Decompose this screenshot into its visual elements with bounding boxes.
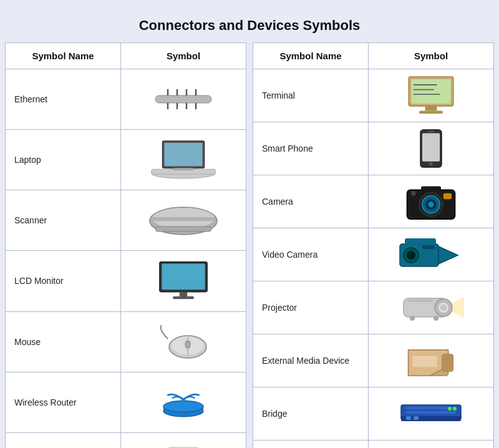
row-name: Terminal <box>253 69 369 122</box>
svg-rect-40 <box>411 79 451 104</box>
table-row: Bridge <box>253 387 494 441</box>
row-symbol <box>369 175 494 228</box>
row-name: Video Camera <box>253 228 369 281</box>
svg-point-61 <box>407 251 415 260</box>
svg-marker-62 <box>438 246 458 264</box>
row-name: Laptop <box>6 130 121 190</box>
svg-rect-56 <box>443 193 452 199</box>
svg-point-28 <box>163 401 203 412</box>
right-header-name: Symbol Name <box>253 43 369 69</box>
scanner-icon <box>130 199 237 241</box>
table-row: Camera <box>253 175 494 228</box>
left-table: Symbol Name Symbol Ethernet <box>5 42 246 448</box>
atm-icon <box>130 442 237 448</box>
tables-wrapper: Symbol Name Symbol Ethernet <box>0 42 499 448</box>
mouse-icon <box>130 321 237 363</box>
svg-rect-49 <box>427 131 434 132</box>
svg-rect-17 <box>155 226 211 231</box>
svg-rect-45 <box>419 110 443 114</box>
row-symbol <box>369 69 494 122</box>
table-row: ATM Switch <box>6 432 246 448</box>
row-name: Projector <box>253 281 369 334</box>
svg-point-71 <box>434 316 438 321</box>
svg-point-67 <box>440 304 447 311</box>
printer-icon <box>377 446 485 448</box>
svg-rect-47 <box>422 134 440 162</box>
row-name: Camera <box>253 175 369 228</box>
svg-rect-51 <box>421 187 441 192</box>
row-symbol <box>121 69 246 130</box>
svg-rect-74 <box>442 354 453 372</box>
table-row: External Media Device <box>253 334 494 387</box>
svg-rect-44 <box>425 106 437 111</box>
row-name: Wireless Router <box>6 372 121 432</box>
svg-point-29 <box>182 397 185 401</box>
svg-rect-59 <box>405 238 436 245</box>
page-container: Connectors and Devices Symbols Symbol Na… <box>0 6 499 448</box>
table-row: Printer <box>253 441 494 449</box>
svg-rect-79 <box>414 416 419 420</box>
svg-rect-21 <box>173 296 194 299</box>
table-row: Scanner <box>6 190 246 251</box>
row-symbol <box>121 432 246 448</box>
row-symbol <box>121 372 246 432</box>
page-title: Connectors and Devices Symbols <box>0 6 499 42</box>
row-symbol <box>369 441 494 449</box>
row-symbol <box>369 387 494 441</box>
row-name: LCD Monitor <box>6 251 121 311</box>
svg-point-57 <box>411 191 416 196</box>
table-row: Terminal <box>253 69 494 122</box>
row-name: Bridge <box>253 387 369 441</box>
svg-rect-0 <box>155 95 211 103</box>
row-name: Scanner <box>6 190 121 251</box>
svg-rect-13 <box>173 168 193 170</box>
projector-icon <box>377 286 485 329</box>
row-symbol <box>369 281 494 334</box>
table-row: Laptop <box>6 130 246 190</box>
monitor-icon <box>130 260 237 302</box>
table-row: LCD Monitor <box>6 251 246 311</box>
row-name: Printer <box>253 441 369 449</box>
videocamera-icon <box>377 233 485 276</box>
svg-point-70 <box>410 316 415 321</box>
row-symbol <box>369 228 494 281</box>
row-symbol <box>121 190 246 251</box>
row-symbol <box>369 334 494 387</box>
svg-rect-63 <box>422 245 435 249</box>
svg-rect-68 <box>408 299 433 302</box>
bridge-icon <box>377 392 485 435</box>
svg-point-48 <box>429 162 433 166</box>
row-symbol <box>121 311 246 372</box>
router-icon <box>130 381 237 424</box>
smartphone-icon <box>377 127 485 170</box>
laptop-icon <box>130 139 237 181</box>
svg-point-55 <box>428 202 434 207</box>
row-symbol <box>121 251 246 311</box>
svg-rect-16 <box>152 217 215 221</box>
row-name: Smart Phone <box>253 122 369 175</box>
table-row: Projector <box>253 281 494 334</box>
camera-icon <box>377 180 485 223</box>
left-header-symbol: Symbol <box>121 43 246 69</box>
svg-rect-25 <box>185 341 190 348</box>
svg-point-82 <box>448 407 452 411</box>
row-name: ATM Switch <box>6 432 121 448</box>
table-row: Wireless Router <box>6 372 246 432</box>
svg-rect-81 <box>406 411 456 414</box>
extmedia-icon <box>377 339 485 382</box>
terminal-icon <box>377 74 485 117</box>
row-name: Mouse <box>6 311 121 372</box>
table-row: Smart Phone <box>253 122 494 175</box>
ethernet-icon <box>130 78 237 120</box>
table-row: Mouse <box>6 311 246 372</box>
left-header-name: Symbol Name <box>6 43 121 69</box>
table-row: Ethernet <box>6 69 246 130</box>
svg-rect-19 <box>162 264 205 290</box>
row-name: Ethernet <box>6 69 121 130</box>
svg-rect-78 <box>406 416 411 420</box>
row-symbol <box>369 122 494 175</box>
row-symbol <box>121 130 246 190</box>
svg-point-83 <box>453 407 457 411</box>
right-table: Symbol Name Symbol Terminal <box>253 42 494 448</box>
svg-rect-10 <box>164 143 202 166</box>
